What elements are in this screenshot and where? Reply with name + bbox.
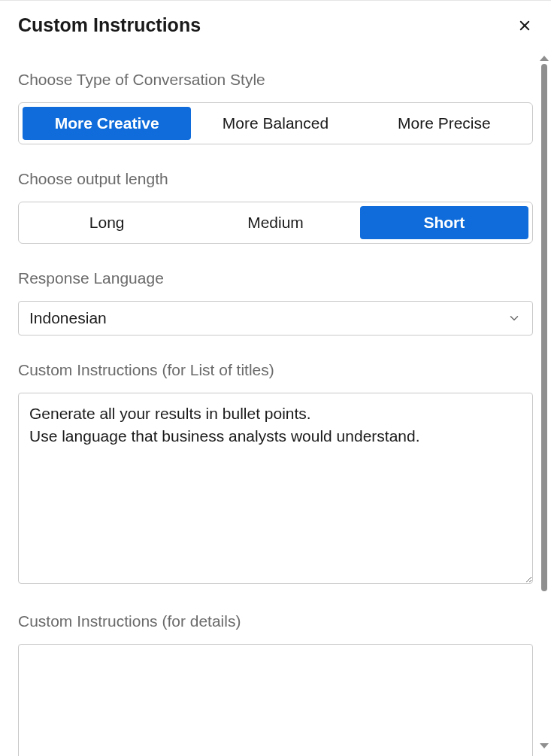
scroll-down-button[interactable]	[540, 743, 549, 748]
length-option-short[interactable]: Short	[360, 206, 528, 239]
chevron-down-icon	[507, 311, 522, 326]
instructions-titles-textarea[interactable]	[18, 393, 533, 584]
close-button[interactable]	[516, 17, 533, 34]
instructions-details-label: Custom Instructions (for details)	[18, 612, 533, 630]
length-option-medium[interactable]: Medium	[191, 206, 359, 239]
dialog-scroll-area[interactable]: Choose Type of Conversation Style More C…	[0, 53, 537, 756]
instructions-titles-label: Custom Instructions (for List of titles)	[18, 361, 533, 379]
length-option-long[interactable]: Long	[23, 206, 191, 239]
dialog-header: Custom Instructions	[0, 1, 551, 44]
dialog-title: Custom Instructions	[18, 14, 201, 36]
style-segmented: More Creative More Balanced More Precise	[18, 102, 533, 144]
style-option-balanced[interactable]: More Balanced	[191, 107, 359, 140]
scroll-up-button[interactable]	[540, 56, 549, 61]
length-segmented: Long Medium Short	[18, 202, 533, 244]
style-option-precise[interactable]: More Precise	[360, 107, 528, 140]
language-value: Indonesian	[29, 309, 107, 327]
language-label: Response Language	[18, 269, 533, 287]
length-label: Choose output length	[18, 170, 533, 188]
language-select[interactable]: Indonesian	[18, 301, 533, 335]
close-icon	[518, 19, 531, 32]
scroll-track[interactable]	[541, 64, 547, 740]
scroll-thumb[interactable]	[541, 64, 547, 591]
style-option-creative[interactable]: More Creative	[23, 107, 191, 140]
scrollbar	[539, 56, 549, 748]
style-label: Choose Type of Conversation Style	[18, 71, 533, 89]
instructions-details-textarea[interactable]	[18, 644, 533, 756]
language-select-wrap: Indonesian	[18, 301, 533, 335]
